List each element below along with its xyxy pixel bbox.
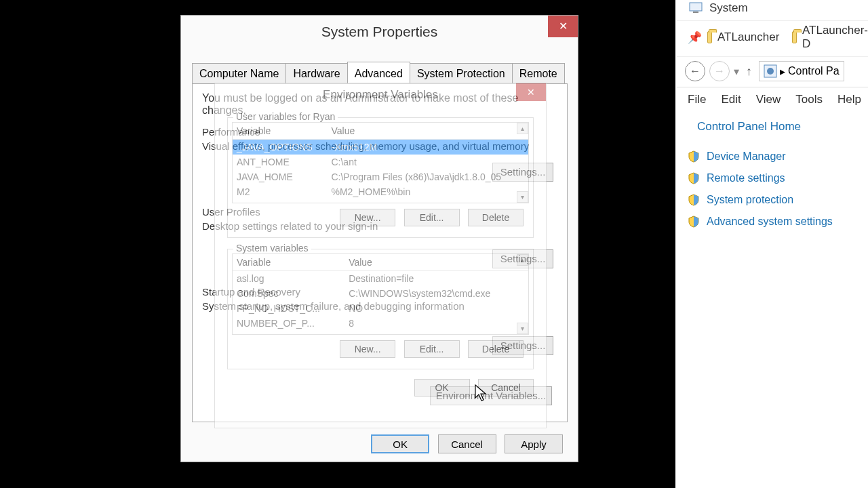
- sidebar-item-system-protection[interactable]: System protection: [688, 189, 868, 211]
- menu-file[interactable]: File: [688, 93, 706, 106]
- address-bar[interactable]: ▸ Control Pa: [759, 61, 844, 81]
- side-links: Device Manager Remote settings System pr…: [677, 146, 868, 232]
- control-panel-home-link[interactable]: Control Panel Home: [677, 112, 868, 146]
- col-variable: Variable: [233, 123, 327, 140]
- sidebar-item-device-manager[interactable]: Device Manager: [688, 146, 868, 167]
- computer-icon: [688, 0, 704, 16]
- ok-button[interactable]: OK: [371, 434, 429, 453]
- pinned-folder[interactable]: ATLauncher: [717, 30, 779, 44]
- shield-icon: [688, 172, 700, 184]
- up-icon[interactable]: ↑: [743, 64, 755, 79]
- edit-button[interactable]: Edit...: [404, 209, 460, 226]
- system-variables-list[interactable]: ▴ VariableValue asl.logDestination=file …: [232, 253, 529, 335]
- titlebar: System Properties ✕: [181, 16, 578, 48]
- edit-button[interactable]: Edit...: [404, 340, 460, 358]
- table-row[interactable]: ANT_HOMEC:\ant: [233, 155, 528, 169]
- tab-advanced[interactable]: Advanced: [347, 62, 410, 85]
- menu-bar: File Edit View Tools Help: [677, 87, 868, 112]
- new-button[interactable]: New...: [340, 340, 395, 358]
- menu-help[interactable]: Help: [837, 93, 861, 106]
- close-icon[interactable]: ✕: [548, 16, 578, 37]
- user-variables-group: User variables for Ryan ▴ VariableValue …: [227, 117, 534, 238]
- scroll-down-icon[interactable]: ▾: [517, 323, 528, 334]
- table-row[interactable]: _JAVA_OPTIONS-Xmx512M: [233, 140, 528, 155]
- menu-view[interactable]: View: [756, 93, 781, 106]
- user-variables-label: User variables for Ryan: [233, 111, 338, 122]
- chevron-down-icon[interactable]: ▾: [734, 65, 739, 78]
- scroll-up-icon[interactable]: ▴: [517, 123, 528, 134]
- system-variables-label: System variables: [233, 243, 311, 253]
- system-variables-group: System variables ▴ VariableValue asl.log…: [227, 249, 534, 369]
- shield-icon: [688, 150, 700, 163]
- pin-icon[interactable]: 📌: [688, 29, 702, 45]
- folder-icon: [707, 31, 712, 43]
- col-variable: Variable: [233, 254, 344, 271]
- sidebar-item-label: System protection: [707, 194, 793, 206]
- cursor-icon: [475, 384, 488, 402]
- svg-point-3: [767, 68, 774, 75]
- delete-button[interactable]: Delete: [468, 209, 524, 226]
- shield-icon: [688, 216, 700, 228]
- menu-tools[interactable]: Tools: [795, 93, 823, 106]
- user-var-buttons: New... Edit... Delete: [232, 203, 529, 233]
- envdlg-bottom-buttons: OK Cancel: [215, 373, 546, 396]
- svg-rect-0: [690, 3, 702, 11]
- forward-icon[interactable]: →: [709, 61, 730, 81]
- sidebar-item-remote-settings[interactable]: Remote settings: [688, 167, 868, 189]
- table-row[interactable]: JAVA_HOMEC:\Program Files (x86)\Java\jdk…: [233, 169, 528, 184]
- sidebar-item-label: Device Manager: [707, 150, 786, 163]
- control-panel-icon: [764, 64, 777, 78]
- table-row[interactable]: FP_NO_HOST_C...NO: [233, 301, 528, 316]
- pinned-folder[interactable]: ATLauncher-D: [802, 24, 868, 51]
- delete-button[interactable]: Delete: [468, 340, 524, 358]
- breadcrumb[interactable]: Control Pa: [788, 65, 840, 77]
- folder-icon: [792, 31, 797, 43]
- col-value: Value: [344, 254, 528, 271]
- explorer-window: System 📌 ATLauncher ATLauncher-D ← → ▾ ↑…: [677, 0, 868, 488]
- sidebar-item-label: Advanced system settings: [707, 216, 833, 228]
- table-row[interactable]: NUMBER_OF_P...8: [233, 316, 528, 331]
- environment-variables-dialog: Environment Variables ✕ User variables f…: [214, 83, 547, 428]
- shield-icon: [688, 194, 700, 206]
- scroll-up-icon[interactable]: ▴: [517, 254, 528, 266]
- new-button[interactable]: New...: [340, 209, 395, 226]
- scroll-down-icon[interactable]: ▾: [517, 191, 528, 203]
- envdlg-titlebar: Environment Variables ✕: [215, 83, 546, 106]
- apply-button[interactable]: Apply: [505, 434, 563, 453]
- sidebar-item-advanced-system-settings[interactable]: Advanced system settings: [688, 211, 868, 232]
- cancel-button[interactable]: Cancel: [438, 434, 496, 453]
- close-icon[interactable]: ✕: [516, 83, 546, 101]
- table-row[interactable]: asl.logDestination=file: [233, 271, 528, 287]
- dialog-buttons: OK Cancel Apply: [366, 434, 563, 453]
- table-row[interactable]: M2%M2_HOME%\bin: [233, 184, 528, 199]
- sys-var-buttons: New... Edit... Delete: [232, 335, 529, 365]
- envdlg-title: Environment Variables: [323, 88, 438, 101]
- breadcrumb-sep: ▸: [780, 65, 785, 78]
- sidebar-item-label: Remote settings: [707, 172, 785, 184]
- nav-bar: ← → ▾ ↑ ▸ Control Pa: [677, 57, 868, 87]
- back-icon[interactable]: ←: [685, 61, 705, 81]
- dialog-title: System Properties: [321, 24, 438, 39]
- user-variables-list[interactable]: ▴ VariableValue _JAVA_OPTIONS-Xmx512M AN…: [232, 122, 529, 203]
- ok-button[interactable]: OK: [414, 379, 470, 396]
- menu-edit[interactable]: Edit: [721, 93, 741, 106]
- svg-rect-1: [693, 12, 698, 13]
- window-title: System: [709, 1, 748, 15]
- col-value: Value: [327, 123, 528, 140]
- table-row[interactable]: ComSpecC:\WINDOWS\system32\cmd.exe: [233, 286, 528, 301]
